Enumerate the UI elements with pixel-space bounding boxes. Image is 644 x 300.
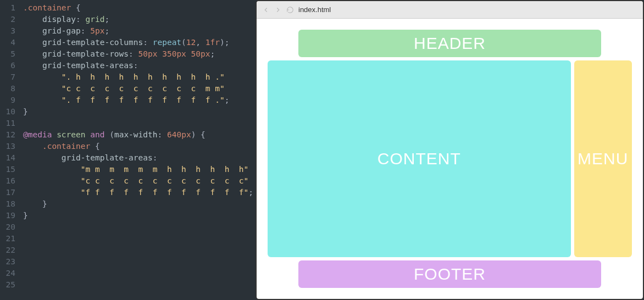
- line-number: 22: [0, 245, 23, 256]
- code-line[interactable]: [23, 221, 256, 233]
- line-number: 16: [0, 175, 23, 187]
- code-line[interactable]: @media screen and (max-width: 640px) {: [23, 129, 256, 141]
- code-line[interactable]: [23, 268, 256, 279]
- code-line[interactable]: "f f f f f f f f f f f f";: [23, 187, 256, 198]
- browser-preview: index.html HEADER CONTENT MENU FOOTER: [256, 0, 644, 300]
- line-number: 21: [0, 233, 23, 245]
- line-number: 18: [0, 198, 23, 210]
- code-line[interactable]: grid-template-rows: 50px 350px 50px;: [23, 48, 256, 60]
- code-line[interactable]: .container {: [23, 2, 256, 14]
- line-number: 17: [0, 187, 23, 198]
- line-number: 23: [0, 256, 23, 268]
- line-number: 7: [0, 71, 23, 83]
- code-line[interactable]: grid-template-areas:: [23, 152, 256, 164]
- code-line[interactable]: display: grid;: [23, 14, 256, 25]
- code-line[interactable]: "c c c c c c c c c c m m": [23, 83, 256, 95]
- code-editor[interactable]: 1234567891011121314151617181920212223242…: [0, 0, 256, 300]
- code-line[interactable]: [23, 256, 256, 268]
- code-content[interactable]: .container { display: grid; grid-gap: 5p…: [23, 2, 256, 300]
- grid-area-header: HEADER: [298, 30, 602, 57]
- line-number: 12: [0, 129, 23, 141]
- browser-toolbar: index.html: [257, 1, 643, 19]
- code-line[interactable]: [23, 118, 256, 129]
- line-number: 24: [0, 268, 23, 279]
- line-number: 20: [0, 221, 23, 233]
- line-number: 13: [0, 141, 23, 152]
- line-number: 9: [0, 95, 23, 106]
- code-line[interactable]: ". f f f f f f f f f f .";: [23, 95, 256, 106]
- code-line[interactable]: }: [23, 106, 256, 118]
- line-number: 11: [0, 118, 23, 129]
- line-number: 8: [0, 83, 23, 95]
- line-number: 25: [0, 279, 23, 291]
- preview-viewport: HEADER CONTENT MENU FOOTER: [257, 19, 643, 299]
- code-line[interactable]: "c c c c c c c c c c c c": [23, 175, 256, 187]
- code-line[interactable]: [23, 245, 256, 256]
- line-number: 10: [0, 106, 23, 118]
- grid-container: HEADER CONTENT MENU FOOTER: [268, 30, 632, 288]
- grid-area-content: CONTENT: [268, 60, 571, 257]
- line-number: 3: [0, 25, 23, 37]
- reload-icon[interactable]: [286, 6, 294, 14]
- code-line[interactable]: "m m m m m m h h h h h h": [23, 164, 256, 175]
- forward-icon[interactable]: [274, 6, 282, 14]
- line-number: 15: [0, 164, 23, 175]
- line-number: 2: [0, 14, 23, 25]
- line-number: 5: [0, 48, 23, 60]
- line-number: 6: [0, 60, 23, 71]
- line-number: 1: [0, 2, 23, 14]
- code-line[interactable]: .container {: [23, 141, 256, 152]
- line-number: 19: [0, 210, 23, 221]
- line-number: 4: [0, 37, 23, 48]
- line-number-gutter: 1234567891011121314151617181920212223242…: [0, 2, 23, 300]
- url-bar-text: index.html: [298, 5, 331, 14]
- code-line[interactable]: [23, 233, 256, 245]
- back-icon[interactable]: [262, 6, 270, 14]
- code-line[interactable]: }: [23, 210, 256, 221]
- grid-area-menu: MENU: [574, 60, 632, 257]
- code-line[interactable]: [23, 279, 256, 291]
- code-line[interactable]: grid-template-columns: repeat(12, 1fr);: [23, 37, 256, 48]
- code-line[interactable]: }: [23, 198, 256, 210]
- line-number: 14: [0, 152, 23, 164]
- code-line[interactable]: grid-template-areas:: [23, 60, 256, 71]
- grid-area-footer: FOOTER: [298, 260, 602, 288]
- code-line[interactable]: grid-gap: 5px;: [23, 25, 256, 37]
- code-line[interactable]: ". h h h h h h h h h h .": [23, 71, 256, 83]
